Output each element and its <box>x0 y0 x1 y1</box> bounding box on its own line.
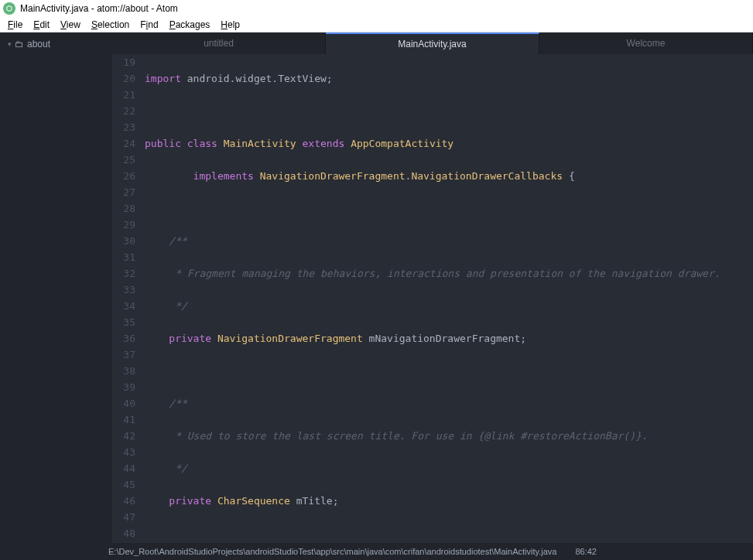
line-number: 29 <box>112 217 135 233</box>
menu-find[interactable]: Find <box>137 19 161 30</box>
code-line[interactable]: /** <box>145 395 753 411</box>
status-cursor-position[interactable]: 86:42 <box>575 547 597 556</box>
line-number: 39 <box>112 379 135 395</box>
workspace: ▾ 🗀 about untitled MainActivity.java Wel… <box>0 32 753 543</box>
line-number: 36 <box>112 330 135 347</box>
tab-label: untitled <box>204 38 234 49</box>
line-number: 34 <box>112 298 135 314</box>
menu-bar: File Edit View Selection Find Packages H… <box>0 17 753 32</box>
code-lines[interactable]: import android.widget.TextView; public c… <box>145 54 753 543</box>
code-area[interactable]: 19 20 21 22 23 24 25 26 27 28 29 30 31 3… <box>112 54 753 543</box>
line-number: 43 <box>112 444 135 460</box>
code-line[interactable]: private CharSequence mTitle; <box>145 493 753 509</box>
tab-untitled[interactable]: untitled <box>112 32 326 54</box>
menu-file[interactable]: File <box>5 19 26 30</box>
line-number: 32 <box>112 265 135 282</box>
status-path[interactable]: E:\Dev_Root\AndroidStudioProjects\androi… <box>108 547 556 556</box>
gutter: 19 20 21 22 23 24 25 26 27 28 29 30 31 3… <box>112 54 145 543</box>
tab-bar: untitled MainActivity.java Welcome <box>112 32 753 54</box>
line-number: 48 <box>112 525 135 541</box>
line-number: 26 <box>112 168 135 184</box>
tab-label: MainActivity.java <box>398 39 466 50</box>
code-line[interactable]: public class MainActivity extends AppCom… <box>145 135 753 152</box>
line-number: 42 <box>112 428 135 444</box>
code-line[interactable]: */ <box>145 298 753 314</box>
line-number: 44 <box>112 460 135 476</box>
tree-root-label: about <box>27 39 50 50</box>
code-line[interactable]: import android.widget.TextView; <box>145 70 753 87</box>
code-line[interactable] <box>145 525 753 541</box>
menu-view[interactable]: View <box>57 19 84 30</box>
code-line[interactable] <box>145 363 753 379</box>
folder-icon: 🗀 <box>15 39 24 50</box>
editor-pane: untitled MainActivity.java Welcome 19 20… <box>112 32 753 543</box>
code-line[interactable]: private NavigationDrawerFragment mNaviga… <box>145 330 753 347</box>
line-number: 35 <box>112 314 135 330</box>
chevron-down-icon: ▾ <box>8 40 12 48</box>
line-number: 38 <box>112 363 135 379</box>
window-title: MainActivity.java - atom://about - Atom <box>20 3 178 14</box>
line-number: 20 <box>112 70 135 87</box>
line-number: 22 <box>112 103 135 119</box>
line-number: 21 <box>112 87 135 103</box>
menu-selection[interactable]: Selection <box>88 19 132 30</box>
menu-packages[interactable]: Packages <box>166 19 214 30</box>
code-line[interactable]: * Used to store the last screen title. F… <box>145 428 753 444</box>
code-line[interactable]: implements NavigationDrawerFragment.Navi… <box>145 168 753 184</box>
line-number: 23 <box>112 119 135 135</box>
line-number: 33 <box>112 282 135 298</box>
tab-mainactivity[interactable]: MainActivity.java <box>326 32 539 54</box>
code-line[interactable]: */ <box>145 460 753 476</box>
tab-label: Welcome <box>627 38 666 49</box>
line-number: 25 <box>112 152 135 168</box>
code-line[interactable]: * Fragment managing the behaviors, inter… <box>145 265 753 282</box>
line-number: 31 <box>112 249 135 265</box>
menu-edit[interactable]: Edit <box>30 19 53 30</box>
line-number: 24 <box>112 135 135 152</box>
line-number: 27 <box>112 184 135 200</box>
code-line[interactable]: /** <box>145 233 753 249</box>
status-bar: E:\Dev_Root\AndroidStudioProjects\androi… <box>0 543 753 560</box>
line-number: 40 <box>112 395 135 411</box>
line-number: 30 <box>112 233 135 249</box>
menu-help[interactable]: Help <box>217 19 243 30</box>
line-number: 45 <box>112 476 135 493</box>
atom-icon: ⬡ <box>3 2 15 15</box>
line-number: 37 <box>112 347 135 363</box>
line-number: 47 <box>112 509 135 525</box>
line-number: 41 <box>112 411 135 428</box>
code-line[interactable] <box>145 103 753 119</box>
tab-welcome[interactable]: Welcome <box>539 32 753 54</box>
line-number: 46 <box>112 493 135 509</box>
title-bar: ⬡ MainActivity.java - atom://about - Ato… <box>0 0 753 17</box>
tree-view[interactable]: ▾ 🗀 about <box>0 32 112 543</box>
line-number: 28 <box>112 200 135 217</box>
code-line[interactable] <box>145 200 753 217</box>
line-number: 19 <box>112 54 135 70</box>
tree-root-item[interactable]: ▾ 🗀 about <box>3 37 109 51</box>
